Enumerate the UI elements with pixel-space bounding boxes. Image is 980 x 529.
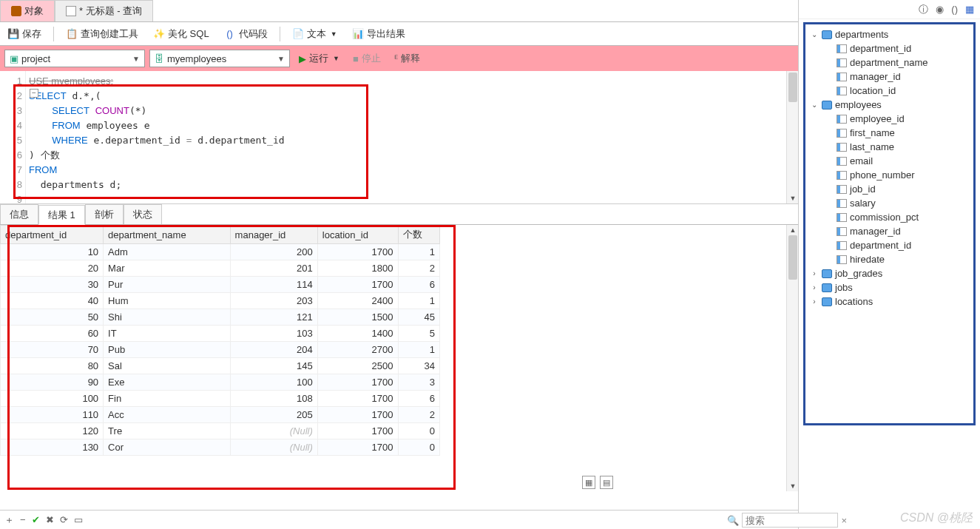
cell[interactable]: 50 <box>1 309 104 326</box>
cell[interactable]: Exe <box>104 374 231 391</box>
expander-icon[interactable]: › <box>810 269 819 277</box>
table-row[interactable]: 120Tre(Null)17000 <box>1 423 440 439</box>
table-row[interactable]: 10Adm20017001 <box>1 244 440 260</box>
scroll-thumb[interactable] <box>788 73 797 102</box>
table-row[interactable]: 30Pur11417006 <box>1 277 440 293</box>
table-row[interactable]: 40Hum20324001 <box>1 293 440 309</box>
tree-table-employees[interactable]: ⌄employees <box>805 98 973 112</box>
export-button[interactable]: 📊导出结果 <box>349 26 408 42</box>
table-row[interactable]: 80Sal145250034 <box>1 358 440 374</box>
tree-column-department_id[interactable]: department_id <box>805 41 973 55</box>
run-button[interactable]: ▶运行▼ <box>294 52 344 65</box>
sql-editor[interactable]: 123456789 USE myemployees; SELECT d.*,( … <box>0 71 798 204</box>
cell[interactable]: Hum <box>104 293 231 309</box>
cell[interactable]: 6 <box>398 277 439 293</box>
cell[interactable]: 1700 <box>317 374 398 391</box>
delete-row-button[interactable]: − <box>20 514 26 525</box>
cell[interactable]: Pur <box>104 277 231 293</box>
cell[interactable]: 103 <box>230 326 317 342</box>
table-row[interactable]: 110Acc20517002 <box>1 407 440 423</box>
cell[interactable]: 1 <box>398 293 439 309</box>
tree-column-email[interactable]: email <box>805 154 973 168</box>
grid-icon[interactable]: ▦ <box>965 4 974 15</box>
tab-status[interactable]: 状态 <box>124 204 162 224</box>
table-row[interactable]: 100Fin10817006 <box>1 391 440 407</box>
column-header[interactable]: 个数 <box>398 226 439 244</box>
tree-table-job_grades[interactable]: ›job_grades <box>805 266 973 280</box>
cell[interactable]: 130 <box>1 439 104 456</box>
cell[interactable]: 1400 <box>317 326 398 342</box>
cell[interactable]: 1700 <box>317 407 398 423</box>
table-row[interactable]: 50Shi121150045 <box>1 309 440 326</box>
cell[interactable]: 10 <box>1 244 104 260</box>
table-row[interactable]: 90Exe10017003 <box>1 374 440 391</box>
cell[interactable]: 100 <box>1 391 104 407</box>
database-select[interactable]: 🗄 myemployees ▼ <box>149 50 290 67</box>
tab-query[interactable]: * 无标题 - 查询 <box>55 0 153 21</box>
grid-view-icon[interactable]: ▦ <box>582 476 595 489</box>
stop-button[interactable]: ■停止 <box>348 52 385 65</box>
cell[interactable]: Shi <box>104 309 231 326</box>
cell[interactable]: 1700 <box>317 277 398 293</box>
cell[interactable]: 1700 <box>317 391 398 407</box>
cell[interactable]: Mar <box>104 260 231 277</box>
cell[interactable]: 203 <box>230 293 317 309</box>
cell[interactable]: 0 <box>398 423 439 439</box>
close-icon[interactable]: × <box>841 515 847 526</box>
explain-button[interactable]: ᴱ解释 <box>390 52 425 65</box>
refresh-button[interactable]: ⟳ <box>60 514 68 525</box>
expander-icon[interactable]: ⌄ <box>810 101 819 109</box>
paren-icon[interactable]: () <box>951 4 958 15</box>
tab-objects[interactable]: 对象 <box>0 0 55 21</box>
cell[interactable]: 204 <box>230 342 317 358</box>
cell[interactable]: 3 <box>398 374 439 391</box>
cell[interactable]: IT <box>104 326 231 342</box>
cell[interactable]: 34 <box>398 358 439 374</box>
project-select[interactable]: ▣ project ▼ <box>4 50 145 67</box>
tree-column-phone_number[interactable]: phone_number <box>805 168 973 182</box>
cell[interactable]: 2400 <box>317 293 398 309</box>
cell[interactable]: 1800 <box>317 260 398 277</box>
cell[interactable]: 1500 <box>317 309 398 326</box>
cell[interactable]: 20 <box>1 260 104 277</box>
cell[interactable]: (Null) <box>230 423 317 439</box>
cell[interactable]: 45 <box>398 309 439 326</box>
cell[interactable]: 2 <box>398 260 439 277</box>
cell[interactable]: 2 <box>398 407 439 423</box>
tree-table-departments[interactable]: ⌄departments <box>805 27 973 41</box>
column-header[interactable]: location_id <box>317 226 398 244</box>
cell[interactable]: 100 <box>230 374 317 391</box>
cancel-button[interactable]: ✖ <box>46 514 54 525</box>
scroll-thumb[interactable] <box>788 235 797 280</box>
stop-button[interactable]: ▭ <box>74 514 83 525</box>
tab-info[interactable]: 信息 <box>0 204 38 224</box>
eye-icon[interactable]: ◉ <box>936 4 944 15</box>
cell[interactable]: 205 <box>230 407 317 423</box>
cell[interactable]: Sal <box>104 358 231 374</box>
cell[interactable]: Acc <box>104 407 231 423</box>
column-header[interactable]: manager_id <box>230 226 317 244</box>
info-icon[interactable]: ⓘ <box>919 3 928 16</box>
cell[interactable]: 1700 <box>317 244 398 260</box>
cell[interactable]: 2500 <box>317 358 398 374</box>
apply-button[interactable]: ✔ <box>32 514 40 525</box>
tree-column-salary[interactable]: salary <box>805 196 973 210</box>
tree-column-job_id[interactable]: job_id <box>805 182 973 196</box>
result-grid[interactable]: department_iddepartment_namemanager_idlo… <box>0 225 440 456</box>
cell[interactable]: 114 <box>230 277 317 293</box>
cell[interactable]: 90 <box>1 374 104 391</box>
cell[interactable]: 120 <box>1 423 104 439</box>
cell[interactable]: 1 <box>398 244 439 260</box>
cell[interactable]: 60 <box>1 326 104 342</box>
cell[interactable]: 1700 <box>317 423 398 439</box>
expander-icon[interactable]: › <box>810 283 819 292</box>
scroll-up-icon[interactable]: ▲ <box>787 225 798 235</box>
cell[interactable]: 6 <box>398 391 439 407</box>
grid-scrollbar[interactable]: ▲ ▼ <box>786 225 798 491</box>
tree-column-department_id[interactable]: department_id <box>805 238 973 252</box>
form-view-icon[interactable]: ▤ <box>600 476 613 489</box>
table-row[interactable]: 70Pub20427001 <box>1 342 440 358</box>
expander-icon[interactable]: ⌄ <box>810 30 819 38</box>
tree-table-locations[interactable]: ›locations <box>805 294 973 309</box>
cell[interactable]: 1 <box>398 342 439 358</box>
